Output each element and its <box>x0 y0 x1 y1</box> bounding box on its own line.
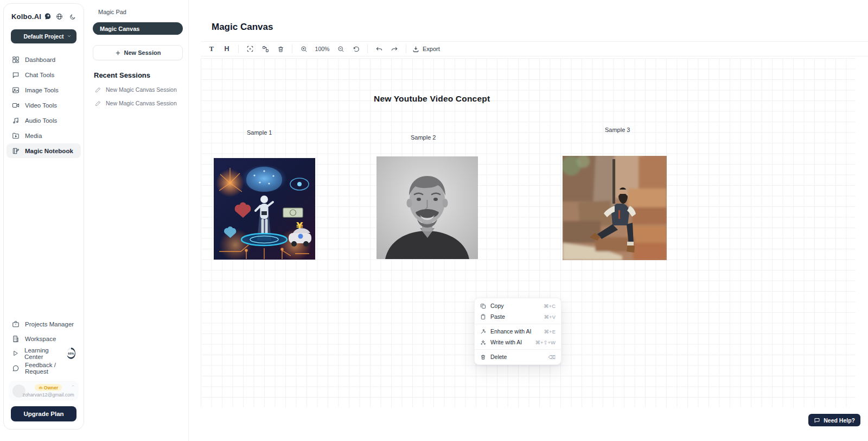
sidebar-item-projects-manager[interactable]: Projects Manager <box>7 317 81 331</box>
pencil-icon <box>95 100 101 106</box>
text-tool-button[interactable]: T <box>205 43 218 55</box>
undo-button[interactable] <box>373 43 386 55</box>
shortcut-hint: ⌫ <box>548 354 556 360</box>
sidebar-item-label: Video Tools <box>25 102 57 109</box>
sidebar-item-image-tools[interactable]: Image Tools <box>7 83 81 97</box>
sample-1-label[interactable]: Sample 1 <box>247 129 272 136</box>
trash-icon <box>480 354 486 360</box>
sidebar-item-workspace[interactable]: Workspace <box>7 331 81 346</box>
sidebar-nav: Dashboard Chat Tools Image Tools Video T… <box>4 52 84 158</box>
shortcut-hint: ⌘+C <box>544 303 556 309</box>
sample-2-label[interactable]: Sample 2 <box>411 134 436 141</box>
context-menu-divider <box>475 324 561 324</box>
shortcut-hint: ⌘+E <box>544 329 556 335</box>
sidebar-item-label: Magic Notebook <box>25 148 73 154</box>
shortcut-hint: ⌘+⇧+W <box>535 339 556 345</box>
paste-icon <box>480 314 486 320</box>
redo-button[interactable] <box>388 43 401 55</box>
context-menu-item-paste[interactable]: Paste ⌘+V <box>475 311 561 322</box>
delete-tool-button[interactable] <box>274 43 287 55</box>
sidebar-header: Kolbo.AI <box>4 12 84 21</box>
context-menu: Copy ⌘+C Paste ⌘+V Enhance with AI ⌘+E W… <box>474 298 561 365</box>
language-globe-icon[interactable] <box>56 13 63 20</box>
page-title: Magic Canvas <box>212 22 273 33</box>
zoom-out-button[interactable] <box>334 43 347 55</box>
sidebar-item-video-tools[interactable]: Video Tools <box>7 98 81 112</box>
panel-item-magic-pad[interactable]: Magic Pad <box>93 8 183 15</box>
learning-progress-ring: 66% <box>67 348 75 359</box>
user-account-card[interactable]: Owner zoharvan12@gmail.com <box>9 381 79 401</box>
sidebar-item-learning-center[interactable]: Learning Center 66% <box>7 346 81 361</box>
need-help-button[interactable]: Need Help? <box>808 414 860 426</box>
sample-3-label[interactable]: Sample 3 <box>605 127 630 133</box>
magic-wand-icon <box>480 329 486 335</box>
sidebar-item-media[interactable]: Media <box>7 128 81 143</box>
main-area: Magic Canvas T H 100% <box>189 0 868 441</box>
ai-select-tool-button[interactable] <box>244 43 257 55</box>
sidebar-item-audio-tools[interactable]: Audio Tools <box>7 113 81 128</box>
project-selector-label: Default Project <box>23 33 63 40</box>
chevron-up-icon <box>71 384 75 388</box>
context-menu-item-delete[interactable]: Delete ⌫ <box>475 351 561 362</box>
upgrade-plan-button[interactable]: Upgrade Plan <box>11 406 76 421</box>
building-icon <box>12 335 20 343</box>
context-menu-label: Copy <box>490 303 504 309</box>
context-menu-item-write-with-ai[interactable]: Write with AI ⌘+⇧+W <box>475 337 561 348</box>
copy-icon <box>480 303 486 309</box>
notebook-pen-icon <box>12 147 20 155</box>
toolbar-divider <box>292 45 292 53</box>
magic-canvas-grid[interactable]: New Youtube Video Concept Sample 1 Sampl… <box>201 58 856 407</box>
recent-sessions-heading: Recent Sessions <box>94 71 183 79</box>
sidebar-item-label: Feedback / Request <box>25 362 75 375</box>
context-menu-item-enhance-with-ai[interactable]: Enhance with AI ⌘+E <box>475 326 561 337</box>
sidebar: Kolbo.AI Default Project Dashboard Chat … <box>3 3 84 430</box>
sample-image-ruins[interactable] <box>563 156 667 260</box>
canvas-heading-text[interactable]: New Youtube Video Concept <box>374 94 490 104</box>
play-icon <box>12 350 19 357</box>
heading-tool-button[interactable]: H <box>220 43 233 55</box>
zoom-out-icon <box>337 46 344 53</box>
context-menu-label: Write with AI <box>490 339 522 345</box>
toolbar-divider <box>406 45 406 53</box>
export-button[interactable]: Export <box>412 46 440 53</box>
sidebar-item-label: Projects Manager <box>25 321 74 327</box>
shortcut-hint: ⌘+V <box>544 314 556 320</box>
new-session-label: New Session <box>124 49 161 56</box>
sidebar-item-label: Media <box>25 133 42 139</box>
reset-view-button[interactable] <box>349 43 362 55</box>
notebook-panel: Magic Pad Magic Canvas New Session Recen… <box>87 0 189 441</box>
trash-icon <box>277 46 284 53</box>
redo-icon <box>391 45 398 53</box>
chevron-down-icon <box>67 34 72 39</box>
context-menu-divider <box>475 349 561 350</box>
crown-icon <box>39 386 43 390</box>
connector-tool-button[interactable] <box>259 43 272 55</box>
media-folder-icon <box>12 132 20 140</box>
zoom-in-button[interactable] <box>297 43 310 55</box>
session-list-item[interactable]: New Magic Canvas Session <box>93 100 183 106</box>
new-session-button[interactable]: New Session <box>93 45 183 60</box>
brand-name: Kolbo.AI <box>11 12 41 21</box>
dark-mode-moon-icon[interactable] <box>69 14 76 20</box>
sample-image-portrait[interactable] <box>376 156 478 259</box>
sidebar-item-label: Image Tools <box>25 87 59 93</box>
download-icon <box>412 46 419 53</box>
learning-progress-value: 66% <box>67 349 75 357</box>
sidebar-bottom: Projects Manager Workspace Learning Cent… <box>4 317 84 423</box>
session-label: New Magic Canvas Session <box>106 100 177 106</box>
toolbar-divider <box>238 45 239 53</box>
feedback-bubble-icon <box>12 364 20 372</box>
context-menu-label: Delete <box>490 354 507 360</box>
sidebar-item-feedback-request[interactable]: Feedback / Request <box>7 361 81 375</box>
project-selector[interactable]: Default Project <box>11 29 76 43</box>
sidebar-item-label: Dashboard <box>25 56 55 63</box>
image-icon <box>12 86 20 94</box>
session-list-item[interactable]: New Magic Canvas Session <box>93 86 183 93</box>
sample-image-ai-robot[interactable]: ¥ <box>214 158 315 260</box>
context-menu-item-copy[interactable]: Copy ⌘+C <box>475 300 561 311</box>
sidebar-item-dashboard[interactable]: Dashboard <box>7 52 81 67</box>
panel-item-magic-canvas[interactable]: Magic Canvas <box>93 22 183 35</box>
sidebar-item-chat-tools[interactable]: Chat Tools <box>7 67 81 82</box>
pencil-icon <box>95 87 101 93</box>
sidebar-item-magic-notebook[interactable]: Magic Notebook <box>7 143 81 158</box>
